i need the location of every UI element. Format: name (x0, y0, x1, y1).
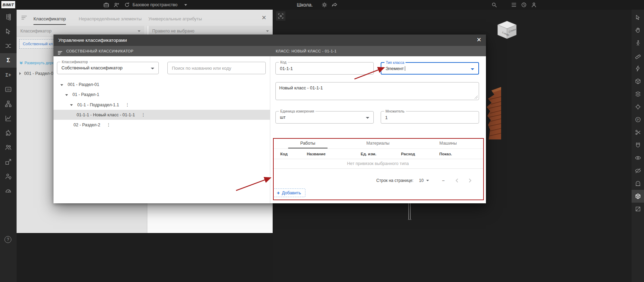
gear-icon[interactable] (321, 1, 328, 8)
sum-icon[interactable]: Σ (0, 53, 17, 68)
multiplier-input[interactable] (381, 111, 479, 123)
toolbox-icon[interactable] (103, 1, 110, 8)
dialog-close-icon[interactable]: ✕ (477, 35, 481, 46)
export-model-icon[interactable] (0, 155, 17, 169)
class-type-select[interactable]: Тип класса Элемент (381, 62, 479, 75)
dialog-title: Управление классификаторами (58, 38, 127, 43)
pan-hand-icon[interactable] (632, 24, 644, 37)
sum-add-icon[interactable]: Σ+ (0, 68, 17, 82)
dialog-classifier-select[interactable]: Классификатор Собственный классификатор (57, 62, 159, 74)
chevron-down-icon (151, 68, 154, 69)
panel-close-icon[interactable]: ✕ (262, 14, 266, 21)
page-next-icon[interactable] (467, 178, 473, 183)
tree-row-selected[interactable]: 01-1-1 - Новый класс - 01-1-1 ⋮ (53, 110, 270, 120)
row-menu-icon[interactable]: ⋮ (106, 120, 111, 130)
chevron-down-icon (426, 180, 429, 181)
dashboard-icon[interactable] (0, 184, 17, 198)
code-field[interactable]: Код (275, 62, 374, 75)
measure-ruler-icon[interactable] (632, 49, 644, 62)
tab-unassigned-elements[interactable]: Нераспределённые элементы (79, 13, 142, 25)
help-button[interactable]: ? (4, 236, 11, 243)
code-input[interactable] (276, 62, 373, 74)
chevron-expanded-icon[interactable] (60, 84, 63, 86)
solid-cube-icon[interactable] (632, 190, 644, 203)
rows-per-page-label: Строк на странице: (376, 178, 413, 183)
ghost-mode-icon[interactable] (632, 177, 644, 190)
class-name-field[interactable]: Новый класс - 01-1-1 (275, 82, 479, 100)
chevron-right-icon[interactable] (19, 72, 21, 75)
show-eye-icon[interactable] (632, 152, 644, 164)
workspace-caret-icon[interactable] (184, 4, 187, 6)
page-previous-icon[interactable] (454, 178, 460, 183)
search-input[interactable] (168, 62, 265, 74)
classifier-management-dialog: Управление классификаторами ✕ СОБСТВЕННЫ… (53, 35, 486, 203)
panel-tree-root[interactable]: 001 - Раздел-01 (19, 69, 56, 78)
tab-works[interactable]: Работы (273, 138, 343, 148)
brick-wall-element[interactable] (485, 86, 501, 141)
model-structure-icon[interactable] (0, 10, 17, 24)
row-menu-icon[interactable]: ⋮ (125, 100, 129, 110)
tree-row[interactable]: 01-1 - Подраздел-1.1 ⋮ (53, 100, 270, 110)
chevron-expanded-icon[interactable] (70, 104, 73, 106)
chevron-down-icon (471, 68, 474, 70)
add-users-icon[interactable] (113, 1, 120, 8)
cut-scissors-icon[interactable] (632, 126, 644, 139)
sort-icon[interactable] (21, 14, 27, 21)
tree-menu-icon[interactable] (58, 49, 62, 59)
multiplier-field[interactable]: Множитель (381, 111, 479, 124)
view-2d-icon[interactable]: 2D (0, 82, 17, 97)
user-location-icon[interactable] (0, 169, 17, 184)
tab-machines[interactable]: Машины (413, 138, 483, 148)
column-indicator: Показ. (439, 149, 452, 159)
section-layers-icon[interactable] (632, 88, 644, 100)
connections-icon[interactable] (0, 39, 17, 53)
analytics-icon[interactable] (0, 111, 17, 126)
focus-region-icon[interactable] (276, 11, 285, 21)
hierarchy-icon[interactable] (0, 97, 17, 111)
clock-icon[interactable] (520, 1, 527, 8)
dialog-search-field[interactable] (167, 62, 266, 74)
tab-materials[interactable]: Материалы (343, 138, 413, 148)
unit-select[interactable]: Единица измерения шт (275, 111, 374, 124)
section-box-icon[interactable] (632, 203, 644, 215)
walk-mode-icon[interactable] (632, 37, 644, 49)
list-icon[interactable] (510, 1, 517, 8)
parking-icon[interactable]: P (632, 113, 644, 126)
collaboration-icon[interactable] (0, 140, 17, 155)
select-node-icon[interactable] (0, 24, 17, 39)
panel-tree-root-label: 001 - Раздел-01 (24, 71, 56, 76)
row-menu-icon[interactable]: ⋮ (141, 110, 145, 120)
share-icon[interactable] (331, 1, 338, 8)
search-icon[interactable] (491, 1, 498, 8)
add-binding-button[interactable]: + Добавить (273, 188, 305, 197)
tree-row-label: 01 - Раздел-1 (53, 92, 99, 97)
rows-per-page-select[interactable]: 10 (419, 178, 429, 183)
hide-eye-icon[interactable] (632, 164, 644, 177)
resize-handle-icon[interactable] (475, 96, 478, 99)
svg-text:2D: 2D (7, 88, 10, 91)
own-classifier-subtab[interactable]: Собственный кл (19, 39, 53, 49)
expand-tree-link[interactable]: Развернуть дере (19, 61, 53, 65)
tree-row[interactable]: 001 - Раздел-01 (53, 80, 270, 90)
classifier-dropdown-value: Классификатор (20, 29, 51, 33)
tree-row[interactable]: 01 - Раздел-1 (53, 90, 270, 100)
magnet-snap-icon[interactable] (632, 139, 644, 152)
tree-row[interactable]: 02 - Раздел-2 ⋮ (53, 120, 270, 130)
navigation-cube[interactable]: Сзади Слева (494, 19, 520, 42)
workspace-selector-label[interactable]: Базовое пространство (133, 0, 177, 10)
focus-target-icon[interactable] (632, 100, 644, 113)
column-unit: Ед. изм. (361, 149, 377, 159)
plugins-icon[interactable] (0, 126, 17, 140)
project-name: Школа. (297, 0, 313, 10)
chevron-expanded-icon[interactable] (65, 94, 68, 96)
view-cube-icon[interactable] (632, 75, 644, 88)
sync-icon[interactable] (124, 1, 130, 8)
profile-icon[interactable] (530, 1, 537, 8)
tab-classifier[interactable]: Классификатор (33, 13, 66, 25)
rows-per-page-value: 10 (419, 178, 423, 183)
tab-universal-attributes[interactable]: Универсальные атрибуты (148, 13, 202, 25)
cursor-select-icon[interactable] (632, 11, 644, 24)
bindings-empty-text: Нет привязок выбранного типа (273, 159, 483, 169)
lightning-icon[interactable] (632, 62, 644, 75)
code-field-label: Код (279, 60, 288, 64)
